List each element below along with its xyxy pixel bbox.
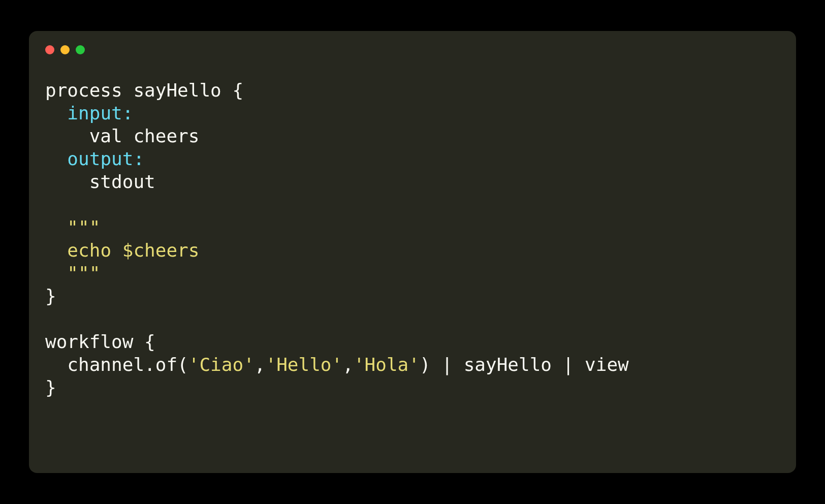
- code-indent: [45, 217, 67, 238]
- string-hello: 'Hello': [266, 354, 343, 375]
- string-ciao: 'Ciao': [188, 354, 255, 375]
- code-pipe-view: ) | sayHello | view: [420, 354, 629, 375]
- code-comma: ,: [255, 354, 266, 375]
- string-quote-open: """: [67, 217, 100, 238]
- code-line-10: }: [45, 286, 56, 306]
- code-comma: ,: [342, 354, 354, 375]
- window-controls: [45, 45, 780, 54]
- code-line-3: val cheers: [45, 125, 199, 146]
- code-line-5: stdout: [45, 171, 155, 192]
- string-echo: echo $cheers: [67, 240, 199, 261]
- code-content: process sayHello { input: val cheers out…: [45, 79, 780, 399]
- code-indent: [45, 240, 67, 261]
- string-quote-close: """: [67, 263, 100, 284]
- minimize-button[interactable]: [60, 45, 70, 54]
- code-channel-of: channel.of(: [45, 354, 188, 375]
- code-indent: [45, 263, 67, 284]
- code-indent: [45, 148, 67, 169]
- keyword-input: input:: [67, 103, 133, 123]
- code-line-14: }: [45, 377, 56, 398]
- code-line-1: process sayHello {: [45, 80, 243, 101]
- maximize-button[interactable]: [76, 45, 85, 54]
- code-line-12: workflow {: [45, 331, 155, 352]
- string-hola: 'Hola': [354, 354, 420, 375]
- keyword-output: output:: [67, 148, 144, 169]
- terminal-window: process sayHello { input: val cheers out…: [29, 31, 796, 473]
- close-button[interactable]: [45, 45, 54, 54]
- code-indent: [45, 103, 67, 123]
